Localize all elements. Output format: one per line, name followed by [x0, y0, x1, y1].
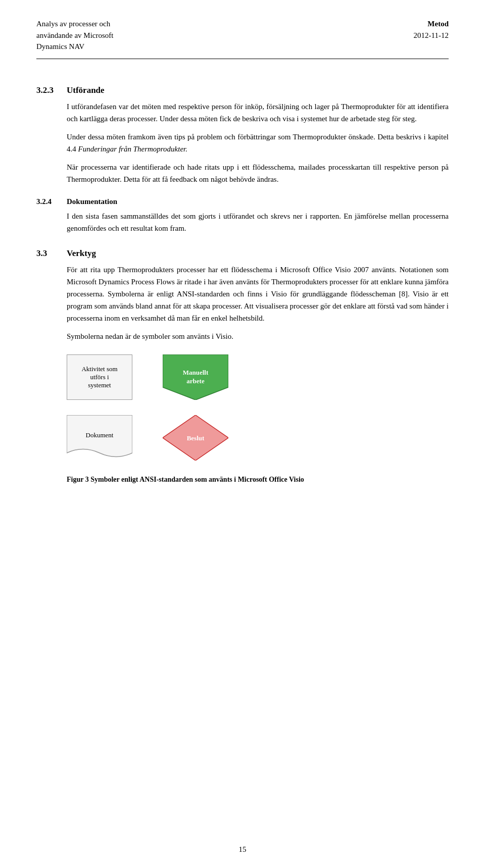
header-title-line1: Analys av processer och	[36, 18, 113, 30]
section-3-2-4-body: I den sista fasen sammanställdes det som…	[67, 210, 449, 234]
svg-text:Beslut: Beslut	[187, 434, 205, 442]
page: Analys av processer och användande av Mi…	[0, 0, 485, 868]
section-3-2-4-number: 3.2.4	[36, 197, 67, 206]
method-label: Metod	[414, 18, 449, 30]
section-3-2-3-para2-italic: Funderingar från Thermoprodukter.	[78, 145, 188, 153]
symbol-manuellt-shape: Manuellt arbete	[163, 354, 228, 400]
symbol-aktivitet: Aktivitet som utförs i systemet	[67, 354, 132, 400]
svg-text:Dokument: Dokument	[86, 431, 114, 439]
document-svg: Dokument	[67, 415, 132, 461]
symbol-aktivitet-shape: Aktivitet som utförs i systemet	[67, 354, 132, 400]
diamond-svg: Beslut	[163, 415, 228, 461]
section-3-2-4-title: Dokumentation	[67, 197, 117, 206]
section-3-3-para1: För att rita upp Thermoprodukters proces…	[67, 264, 449, 324]
header-right: Metod 2012-11-12	[414, 18, 449, 41]
symbol-dokument-shape: Dokument	[67, 415, 132, 461]
header-title-line3: Dynamics NAV	[36, 41, 113, 53]
section-3-2-3-heading: 3.2.3 Utförande	[36, 85, 449, 95]
header-date: 2012-11-12	[414, 30, 449, 41]
section-3-2-3-para2: Under dessa möten framkom även tips på p…	[67, 131, 449, 155]
symbol-beslut-shape: Beslut	[163, 415, 228, 461]
pentagon-svg: Manuellt arbete	[163, 354, 228, 400]
header-left: Analys av processer och användande av Mi…	[36, 18, 113, 53]
section-3-3-title: Verktyg	[67, 248, 96, 259]
section-3-3-body: För att rita upp Thermoprodukters proces…	[67, 264, 449, 484]
section-3-2-3-para3: När processerna var identifierade och ha…	[67, 161, 449, 185]
symbol-beslut: Beslut	[163, 415, 228, 461]
symbols-section: Aktivitet som utförs i systemet Manuellt…	[67, 354, 449, 484]
symbol-aktivitet-label: Aktivitet som utförs i systemet	[81, 365, 117, 389]
section-3-3-number: 3.3	[36, 248, 67, 259]
symbols-row-1: Aktivitet som utförs i systemet Manuellt…	[67, 354, 449, 400]
symbol-dokument: Dokument	[67, 415, 132, 461]
section-3-2-4-heading: 3.2.4 Dokumentation	[36, 197, 449, 206]
symbols-row-2: Dokument Beslut	[67, 415, 449, 461]
section-3-2-3-number: 3.2.3	[36, 85, 67, 95]
page-number: 15	[239, 845, 247, 854]
section-3-3-heading: 3.3 Verktyg	[36, 248, 449, 259]
section-3-2-3-body: I utförandefasen var det möten med respe…	[67, 100, 449, 185]
main-content: 3.2.3 Utförande I utförandefasen var det…	[0, 59, 485, 484]
svg-text:Manuellt: Manuellt	[183, 369, 209, 376]
header-title-line2: användande av Microsoft	[36, 30, 113, 41]
header: Analys av processer och användande av Mi…	[0, 0, 485, 53]
section-3-3-para2: Symbolerna nedan är de symboler som anvä…	[67, 330, 449, 342]
section-3-2-3-para1: I utförandefasen var det möten med respe…	[67, 100, 449, 125]
symbol-manuellt: Manuellt arbete	[163, 354, 228, 400]
section-3-2-3-title: Utförande	[67, 85, 105, 95]
svg-text:arbete: arbete	[186, 377, 205, 385]
section-3-2-4-para1: I den sista fasen sammanställdes det som…	[67, 210, 449, 234]
symbols-caption: Figur 3 Symboler enligt ANSI-standarden …	[67, 476, 449, 484]
